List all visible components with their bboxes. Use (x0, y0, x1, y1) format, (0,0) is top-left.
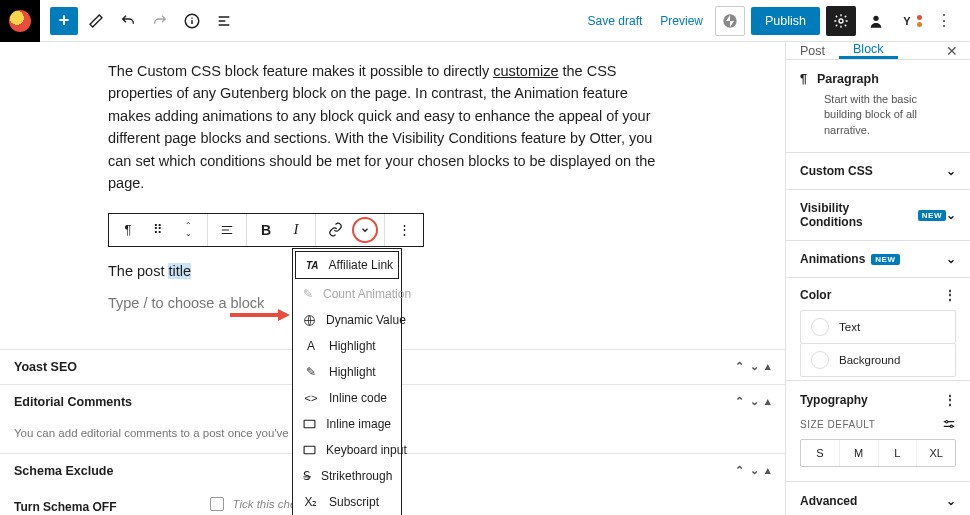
undo-button[interactable] (114, 7, 142, 35)
size-button[interactable]: L (879, 440, 918, 466)
selected-text: title (168, 263, 191, 279)
dropdown-item[interactable]: Inline image (293, 411, 401, 437)
add-block-button[interactable]: + (50, 7, 78, 35)
align-icon[interactable] (212, 214, 242, 246)
chevron-up-icon[interactable]: ⌃ (735, 395, 744, 408)
caret-up-icon[interactable]: ▴ (765, 360, 771, 373)
chevron-up-icon[interactable]: ⌃ (735, 360, 744, 373)
svg-point-2 (191, 17, 193, 19)
dropdown-item-icon (303, 314, 316, 327)
dropdown-item-label: Keyboard input (326, 443, 407, 457)
paragraph-suffix: the CSS properties of any Gutenberg bloc… (108, 63, 655, 191)
dropdown-item: ✎Count Animation (293, 281, 401, 307)
chevron-down-icon[interactable]: ⌄ (750, 464, 759, 477)
size-default: DEFAULT (828, 419, 876, 430)
dropdown-item-icon (303, 445, 316, 455)
close-sidebar-button[interactable]: ✕ (934, 43, 970, 59)
bold-button[interactable]: B (251, 214, 281, 246)
dropdown-item-label: Inline image (326, 417, 391, 431)
person-icon[interactable] (862, 7, 890, 35)
svg-point-5 (873, 15, 878, 20)
schema-checkbox[interactable] (210, 497, 224, 511)
size-button-group: SMLXL (800, 439, 956, 467)
svg-rect-7 (304, 420, 315, 428)
color-bg-row[interactable]: Background (800, 343, 956, 377)
acc-advanced[interactable]: Advanced⌄ (786, 482, 970, 515)
paragraph-block[interactable]: The Custom CSS block feature makes it po… (108, 60, 662, 195)
jetpack-icon[interactable] (715, 6, 745, 36)
outline-icon[interactable] (210, 7, 238, 35)
new-badge: NEW (918, 210, 946, 221)
chevron-down-icon[interactable]: ⌄ (750, 395, 759, 408)
size-label: SIZE (800, 419, 824, 430)
chevron-down-icon: ⌄ (946, 208, 956, 222)
settings-sidebar: Post Block ✕ ¶Paragraph Start with the b… (785, 42, 970, 515)
paragraph-underlined: customize (493, 63, 558, 79)
block-more-icon[interactable]: ⋮ (389, 214, 419, 246)
svg-point-9 (946, 421, 948, 423)
typography-heading: Typography (800, 393, 868, 407)
size-button[interactable]: S (801, 440, 840, 466)
color-text-row[interactable]: Text (800, 310, 956, 344)
dropdown-item-icon: ✎ (303, 365, 319, 379)
dropdown-item-icon: ✎ (303, 287, 313, 301)
tab-block[interactable]: Block (839, 42, 898, 59)
paragraph-icon: ¶ (800, 72, 807, 86)
chevron-down-icon: ⌄ (946, 252, 956, 266)
dropdown-item[interactable]: AHighlight (293, 333, 401, 359)
link-button[interactable] (320, 214, 350, 246)
more-rich-text-button[interactable] (350, 217, 380, 243)
chevron-down-icon[interactable]: ⌄ (750, 360, 759, 373)
caret-up-icon[interactable]: ▴ (765, 464, 771, 477)
dropdown-item-icon: X₂ (303, 495, 319, 509)
move-arrows-icon[interactable]: ⌃⌄ (173, 214, 203, 246)
dropdown-item[interactable]: <>Inline code (293, 385, 401, 411)
dropdown-item[interactable]: Keyboard input (293, 437, 401, 463)
publish-button[interactable]: Publish (751, 7, 820, 35)
italic-button[interactable]: I (281, 214, 311, 246)
dropdown-item-label: Highlight (329, 365, 376, 379)
drag-handle-icon[interactable]: ⠿ (143, 214, 173, 246)
acc-custom-css[interactable]: Custom CSS⌄ (786, 153, 970, 190)
yoast-icon[interactable]: Y (896, 7, 924, 35)
more-icon[interactable]: ⋮ (944, 288, 956, 302)
caret-up-icon[interactable]: ▴ (765, 395, 771, 408)
preview-button[interactable]: Preview (654, 8, 709, 34)
acc-animations[interactable]: AnimationsNEW⌄ (786, 241, 970, 278)
size-button[interactable]: XL (917, 440, 955, 466)
rich-text-dropdown: TAAffiliate Link✎Count AnimationDynamic … (292, 248, 402, 515)
save-draft-button[interactable]: Save draft (582, 8, 649, 34)
editor-canvas[interactable]: The Custom CSS block feature makes it po… (0, 42, 785, 515)
yoast-title: Yoast SEO (14, 360, 77, 374)
redo-button[interactable] (146, 7, 174, 35)
paragraph-prefix: The Custom CSS block feature makes it po… (108, 63, 493, 79)
post-line-prefix: The post (108, 263, 168, 279)
dropdown-item[interactable]: ✎Highlight (293, 359, 401, 385)
block-toolbar: ¶ ⠿ ⌃⌄ B I ⋮ (108, 213, 424, 247)
dropdown-item[interactable]: X₂Subscript (293, 489, 401, 515)
editorial-title: Editorial Comments (14, 395, 132, 409)
paragraph-type-icon[interactable]: ¶ (113, 214, 143, 246)
chevron-up-icon[interactable]: ⌃ (735, 464, 744, 477)
chevron-down-icon: ⌄ (946, 494, 956, 508)
acc-visibility[interactable]: Visibility ConditionsNEW⌄ (786, 190, 970, 241)
dropdown-item-label: Dynamic Value (326, 313, 406, 327)
schema-toggle-label: Turn Schema OFF (0, 488, 130, 515)
tools-icon[interactable] (82, 7, 110, 35)
dropdown-item[interactable]: TAAffiliate Link (295, 251, 399, 279)
schema-title: Schema Exclude (14, 464, 113, 478)
info-icon[interactable] (178, 7, 206, 35)
tab-post[interactable]: Post (786, 42, 839, 59)
settings-button[interactable] (826, 6, 856, 36)
dropdown-item[interactable]: S̶Strikethrough (293, 463, 401, 489)
more-icon[interactable]: ⋮ (944, 393, 956, 407)
block-description: Start with the basic building block of a… (800, 92, 956, 138)
svg-point-4 (839, 19, 843, 23)
dropdown-item-label: Inline code (329, 391, 387, 405)
size-button[interactable]: M (840, 440, 879, 466)
more-menu-icon[interactable]: ⋮ (930, 7, 958, 35)
dropdown-item-label: Count Animation (323, 287, 411, 301)
site-logo[interactable] (0, 0, 40, 42)
sliders-icon[interactable] (942, 417, 956, 431)
dropdown-item[interactable]: Dynamic Value (293, 307, 401, 333)
